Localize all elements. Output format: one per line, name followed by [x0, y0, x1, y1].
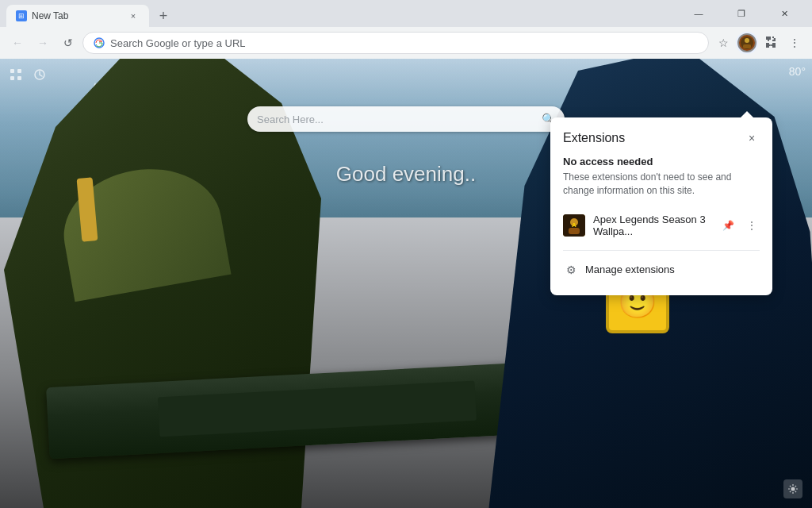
address-text: Search Google or type a URL	[110, 37, 699, 49]
svg-point-9	[791, 487, 795, 491]
extension-more-button[interactable]: ⋮	[744, 217, 760, 233]
extension-list-item: A Apex Legends Season 3 Wallpa... 📌 ⋮	[563, 207, 760, 244]
greeting-container: Good evening..	[336, 162, 476, 187]
tab-strip: ⊞ New Tab × +	[6, 0, 677, 27]
extensions-puzzle-button[interactable]	[760, 32, 782, 54]
reload-button[interactable]: ↺	[57, 32, 79, 54]
browser-frame: ⊞ New Tab × + — ❐ ✕ ← → ↺ Search Google	[0, 0, 812, 508]
no-access-title: No access needed	[563, 156, 760, 167]
manage-gear-icon: ⚙	[563, 262, 579, 278]
bookmark-button[interactable]: ☆	[712, 32, 734, 54]
bottom-right-icons	[783, 479, 802, 498]
divider	[563, 250, 760, 251]
back-button[interactable]: ←	[6, 32, 29, 54]
tab-title: New Tab	[32, 10, 122, 21]
google-logo	[93, 37, 105, 49]
customize-button[interactable]	[783, 479, 802, 498]
title-bar: ⊞ New Tab × + — ❐ ✕	[0, 0, 812, 27]
manage-extensions-item[interactable]: ⚙ Manage extensions	[563, 257, 760, 283]
minimize-button[interactable]: —	[680, 2, 717, 25]
extension-pin-button[interactable]: 📌	[720, 217, 736, 233]
svg-rect-7	[17, 76, 21, 80]
extension-avatar-button[interactable]	[736, 32, 758, 54]
history-icon[interactable]	[30, 65, 49, 84]
tab-favicon: ⊞	[16, 10, 27, 21]
svg-rect-3	[743, 44, 751, 48]
extensions-panel: Extensions × No access needed These exte…	[550, 117, 772, 295]
window-controls: — ❐ ✕	[680, 2, 806, 25]
svg-text:A: A	[572, 221, 576, 229]
browser-toolbar: ← → ↺ Search Google or type a URL ☆	[0, 27, 812, 59]
address-bar[interactable]: Search Google or type a URL	[82, 32, 709, 54]
maximize-button[interactable]: ❐	[723, 2, 760, 25]
svg-rect-6	[10, 76, 14, 80]
apps-icon[interactable]	[6, 65, 25, 84]
no-access-section: No access needed These extensions don't …	[563, 156, 760, 198]
close-button[interactable]: ✕	[766, 2, 802, 25]
greeting-text: Good evening..	[336, 162, 476, 186]
menu-button[interactable]: ⋮	[783, 32, 806, 54]
puzzle-icon	[764, 36, 777, 51]
extension-icon-inner: A	[563, 214, 585, 237]
extension-icon: A	[563, 214, 585, 237]
svg-rect-4	[10, 69, 14, 73]
svg-rect-5	[17, 69, 21, 73]
extensions-header: Extensions ×	[563, 130, 760, 146]
browser-tab[interactable]: ⊞ New Tab ×	[6, 5, 149, 27]
page-top-left-icons	[6, 65, 49, 84]
menu-icon: ⋮	[789, 37, 800, 49]
extension-name: Apex Legends Season 3 Wallpa...	[593, 214, 712, 237]
search-placeholder: Search Here...	[257, 114, 535, 125]
page-content: 🙂 80° Search	[0, 59, 812, 508]
weather-badge: 80°	[789, 65, 806, 78]
bookmark-icon: ☆	[718, 37, 729, 49]
forward-button[interactable]: →	[32, 32, 54, 54]
manage-label: Manage extensions	[585, 264, 675, 275]
extensions-title: Extensions	[563, 131, 625, 145]
center-search-container: Search Here... 🔍	[247, 106, 565, 132]
toolbar-right: ☆ ⋮	[712, 32, 806, 54]
extension-avatar	[737, 33, 756, 52]
svg-point-2	[745, 38, 749, 43]
main-search-box[interactable]: Search Here... 🔍	[247, 106, 565, 132]
no-access-desc: These extensions don't need to see and c…	[563, 171, 760, 198]
tab-close-button[interactable]: ×	[127, 10, 140, 22]
new-tab-button[interactable]: +	[152, 5, 174, 27]
extensions-close-button[interactable]: ×	[744, 130, 760, 146]
